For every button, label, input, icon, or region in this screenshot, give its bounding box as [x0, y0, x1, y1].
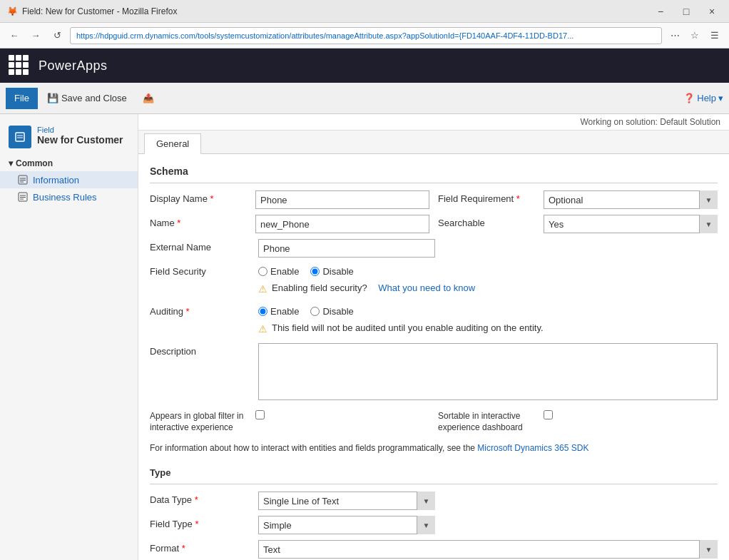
save-close-button[interactable]: 💾 Save and Close [41, 88, 133, 109]
bookmark-button[interactable]: ☆ [686, 27, 703, 44]
refresh-button[interactable]: ↺ [49, 27, 66, 44]
searchable-content: Yes No ▼ [544, 215, 718, 233]
auditing-field: Enable Disable ⚠ This field will not be … [258, 303, 718, 337]
appears-filter-label: Appears in global filter in interactive … [150, 408, 250, 433]
auditing-disable-option[interactable]: Disable [310, 306, 353, 317]
field-requirement-group: Field Requirement * Optional Business Re… [438, 190, 718, 209]
format-field: Text Email URL Ticker Symbol Phone ▼ [258, 540, 718, 559]
data-type-field: Single Line of Text Multiple Lines of Te… [258, 492, 435, 510]
field-security-disable-option[interactable]: Disable [310, 266, 353, 277]
address-bar[interactable] [70, 27, 662, 44]
maximize-button[interactable]: □ [676, 1, 696, 21]
back-button[interactable]: ← [6, 27, 23, 44]
display-name-input[interactable] [255, 190, 429, 209]
sidebar-item-information[interactable]: Information [0, 171, 138, 188]
sdk-info: For information about how to interact wi… [150, 439, 718, 457]
sortable-group: Sortable in interactive experience dashb… [438, 408, 718, 433]
browser-controls: − □ × [651, 1, 722, 21]
sdk-link[interactable]: Microsoft Dynamics 365 SDK [477, 443, 588, 453]
data-type-select[interactable]: Single Line of Text Multiple Lines of Te… [258, 492, 435, 510]
auditing-disable-radio[interactable] [310, 307, 320, 316]
format-select[interactable]: Text Email URL Ticker Symbol Phone [258, 540, 718, 559]
auditing-row: Auditing * Enable Disable [150, 303, 718, 337]
sortable-checkbox[interactable] [544, 410, 553, 419]
forward-button[interactable]: → [27, 27, 44, 44]
format-select-wrapper: Text Email URL Ticker Symbol Phone ▼ [258, 540, 718, 559]
entity-type: Field [37, 126, 123, 134]
external-name-input[interactable] [258, 239, 435, 258]
field-requirement-select[interactable]: Optional Business Recommended Business R… [544, 190, 718, 209]
searchable-select-wrapper: Yes No ▼ [544, 215, 718, 233]
description-textarea[interactable] [258, 343, 718, 400]
description-field [258, 343, 718, 402]
solution-bar-text: Working on solution: Default Solution [580, 117, 720, 127]
field-security-warning: ⚠ Enabling field security? What you need… [258, 280, 718, 297]
help-label: Help [697, 93, 716, 103]
auditing-radio-group: Enable Disable [258, 303, 718, 317]
field-security-enable-option[interactable]: Enable [258, 266, 299, 277]
auditing-warning: ⚠ This field will not be audited until y… [258, 320, 718, 337]
field-security-disable-label: Disable [322, 266, 353, 277]
name-group: Name * [150, 215, 429, 233]
searchable-group: Searchable Yes No ▼ [438, 215, 718, 233]
sidebar-item-business-rules[interactable]: Business Rules [0, 188, 138, 205]
auditing-enable-option[interactable]: Enable [258, 306, 299, 317]
sidebar-item-business-rules-label: Business Rules [33, 192, 97, 203]
entity-icon [9, 126, 31, 148]
external-name-label: External Name [150, 239, 250, 253]
sdk-info-text: For information about how to interact wi… [150, 443, 475, 453]
help-icon: ❓ [683, 93, 695, 103]
field-security-row: Field Security Enable Disable ⚠ [150, 263, 718, 297]
menu-button[interactable]: ☰ [706, 27, 723, 44]
tab-general[interactable]: General [144, 133, 201, 154]
type-section: Type Data Type * Single Line of Text Mul… [150, 464, 718, 560]
name-input[interactable] [255, 215, 429, 233]
searchable-label: Searchable [438, 215, 538, 228]
field-security-disable-radio[interactable] [310, 267, 320, 276]
appears-filter-checkbox[interactable] [255, 410, 265, 419]
description-label: Description [150, 343, 250, 357]
browser-favicon: 🦊 [7, 6, 18, 16]
sortable-content [544, 408, 718, 422]
field-security-warning-link[interactable]: What you need to know [378, 282, 475, 293]
solution-bar: Working on solution: Default Solution [138, 114, 729, 131]
entity-name: New for Customer [37, 134, 123, 146]
main-layout: Field New for Customer ▾ Common Informat… [0, 114, 729, 560]
description-row: Description [150, 343, 718, 402]
display-name-row: Display Name * Field Requirement * [150, 190, 718, 209]
name-content [255, 215, 429, 233]
tab-general-label: General [156, 138, 189, 149]
toolbar: File 💾 Save and Close 📤 ❓ Help ▾ [0, 83, 729, 114]
data-type-label: Data Type * [150, 492, 250, 505]
field-type-select[interactable]: Simple Calculated Rollup [258, 516, 435, 534]
data-type-select-wrapper: Single Line of Text Multiple Lines of Te… [258, 492, 435, 510]
auditing-warning-icon: ⚠ [258, 323, 267, 335]
field-type-row: Field Type * Simple Calculated Rollup ▼ [150, 516, 718, 534]
publish-button[interactable]: 📤 [136, 88, 160, 109]
field-security-field: Enable Disable ⚠ Enabling field security… [258, 263, 718, 297]
display-name-required: * [210, 193, 214, 204]
help-button[interactable]: ❓ Help ▾ [683, 93, 723, 103]
field-security-enable-radio[interactable] [258, 267, 267, 276]
form-content: Schema Display Name * Field Requirement [138, 154, 729, 560]
sidebar: Field New for Customer ▾ Common Informat… [0, 114, 138, 560]
searchable-select[interactable]: Yes No [544, 215, 718, 233]
field-requirement-content: Optional Business Recommended Business R… [544, 190, 718, 209]
sidebar-item-information-label: Information [33, 175, 79, 185]
auditing-enable-radio[interactable] [258, 307, 267, 316]
save-close-label: Save and Close [61, 93, 127, 103]
waffle-menu-button[interactable] [9, 55, 30, 76]
file-button[interactable]: File [6, 88, 38, 109]
close-button[interactable]: × [702, 1, 722, 21]
more-tools-button[interactable]: ⋯ [666, 27, 683, 44]
business-rules-icon [17, 191, 29, 203]
minimize-button[interactable]: − [651, 1, 671, 21]
external-name-row: External Name [150, 239, 718, 258]
entity-info: Field New for Customer [37, 126, 123, 146]
field-security-enable-label: Enable [270, 266, 299, 277]
publish-icon: 📤 [143, 93, 154, 104]
auditing-disable-label: Disable [322, 306, 353, 317]
format-required: * [182, 543, 185, 554]
browser-action-buttons: ⋯ ☆ ☰ [666, 27, 723, 44]
sidebar-section-common[interactable]: ▾ Common [0, 154, 138, 171]
